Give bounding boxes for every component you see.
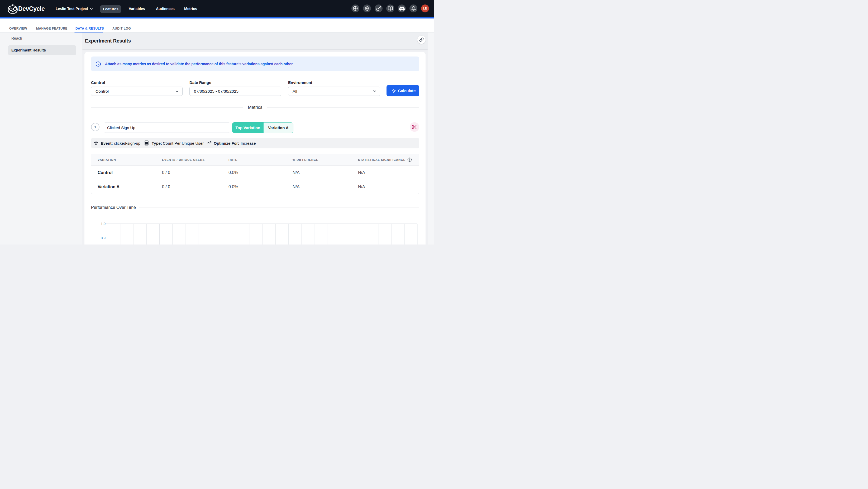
- svg-text:0.9: 0.9: [101, 236, 105, 240]
- svg-text:1.0: 1.0: [101, 222, 105, 226]
